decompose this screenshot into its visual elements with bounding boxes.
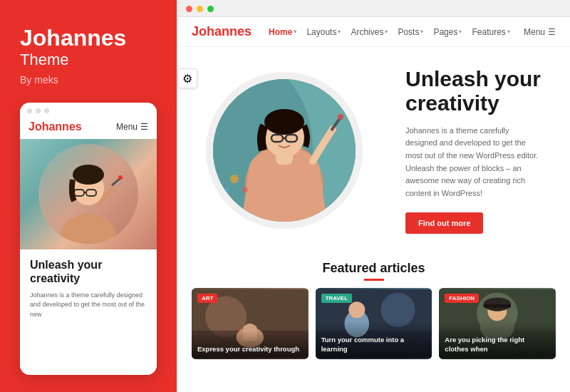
mobile-menu[interactable]: Menu ☰ (116, 122, 148, 132)
mobile-browser-dots (20, 103, 157, 118)
nav-layouts-chevron: ▾ (338, 29, 341, 35)
nav-pages[interactable]: Pages ▾ (433, 27, 462, 37)
article-title-2: Turn your commute into a learning (321, 336, 427, 354)
left-panel: Johannes Theme By meks Johannes Menu ☰ (0, 0, 177, 392)
mobile-dot-2 (36, 108, 41, 113)
article-overlay-1: Express your creativity through (192, 331, 309, 359)
hero-body: Johannes is a theme carefully designed a… (405, 125, 542, 200)
article-badge-2: Travel (321, 294, 352, 303)
gear-icon[interactable]: ⚙ (177, 68, 197, 88)
nav-archives[interactable]: Archives ▾ (351, 27, 388, 37)
mobile-hero-circle (38, 144, 138, 244)
article-title-3: Are you picking the right clothes when (445, 336, 550, 354)
article-badge-3: Fashion (445, 294, 479, 303)
svg-point-7 (118, 175, 123, 180)
mobile-mockup: Johannes Menu ☰ (20, 103, 157, 375)
hero-text: Unleash your creativity Johannes is a th… (384, 67, 542, 234)
articles-row: Art Express your creativity through (192, 288, 556, 359)
browser-dot-green[interactable] (207, 6, 214, 12)
hamburger-icon: ☰ (548, 27, 556, 37)
site-logo[interactable]: Johannes (192, 24, 252, 39)
nav-home[interactable]: Home ▾ (269, 27, 296, 37)
svg-point-19 (230, 175, 239, 183)
mobile-content: Unleash your creativity Johannes is a th… (20, 249, 157, 375)
article-card-3[interactable]: Fashion Are you picking the right clothe… (439, 288, 556, 359)
nav-links: Home ▾ Layouts ▾ Archives ▾ Posts ▾ Page… (269, 27, 524, 37)
nav-features-chevron: ▾ (507, 29, 510, 35)
mobile-hero-image (20, 139, 157, 249)
nav-archives-chevron: ▾ (385, 29, 388, 35)
browser-dot-yellow[interactable] (197, 6, 203, 12)
browser-dot-red[interactable] (186, 6, 192, 12)
article-card-1[interactable]: Art Express your creativity through (192, 288, 309, 359)
mobile-person-figure (46, 158, 131, 244)
hero-person-circle (213, 79, 356, 222)
article-card-2[interactable]: Travel Turn your commute into a learning (316, 288, 432, 359)
nav-features[interactable]: Features ▾ (472, 27, 509, 37)
nav-menu-right[interactable]: Menu ☰ (524, 27, 556, 37)
nav-posts[interactable]: Posts ▾ (398, 27, 423, 37)
mobile-headline: Unleash your creativity (30, 258, 147, 285)
featured-divider (364, 279, 384, 281)
article-overlay-2: Turn your commute into a learning (316, 321, 432, 359)
find-out-more-button[interactable]: Find out more (405, 212, 483, 234)
hero-image-wrap (185, 58, 384, 243)
hero-person-figure (213, 79, 356, 222)
svg-point-18 (338, 114, 343, 120)
mobile-dot-3 (44, 108, 49, 113)
site-nav: Johannes Home ▾ Layouts ▾ Archives ▾ Pos… (177, 17, 570, 47)
nav-pages-chevron: ▾ (459, 29, 462, 35)
featured-title: Featured articles (192, 261, 556, 276)
hero-headline: Unleash your creativity (405, 67, 542, 116)
svg-line-6 (112, 178, 120, 185)
article-overlay-3: Are you picking the right clothes when (439, 321, 556, 359)
nav-posts-chevron: ▾ (420, 29, 423, 35)
right-panel: ⚙ Johannes Home ▾ Layouts ▾ Archives ▾ P… (177, 0, 570, 392)
nav-home-chevron: ▾ (294, 29, 296, 35)
svg-point-13 (264, 109, 304, 135)
svg-point-4 (73, 165, 104, 185)
mobile-dot-1 (27, 108, 32, 113)
brand-title: Johannes Theme By meks (20, 26, 157, 86)
article-title-1: Express your creativity through (197, 345, 303, 354)
svg-point-21 (225, 187, 229, 192)
hero-section: Unleash your creativity Johannes is a th… (177, 47, 570, 254)
nav-layouts[interactable]: Layouts ▾ (306, 27, 341, 37)
mobile-logo: Johannes (28, 120, 82, 133)
featured-section: Featured articles Art Express your cre (177, 254, 570, 359)
article-badge-1: Art (197, 294, 217, 303)
svg-point-20 (242, 187, 248, 192)
svg-rect-37 (484, 304, 512, 308)
mobile-nav: Johannes Menu ☰ (20, 118, 157, 139)
svg-point-30 (348, 301, 365, 318)
browser-chrome (177, 0, 570, 17)
mobile-body-text: Johannes is a theme carefully designed a… (30, 291, 147, 320)
